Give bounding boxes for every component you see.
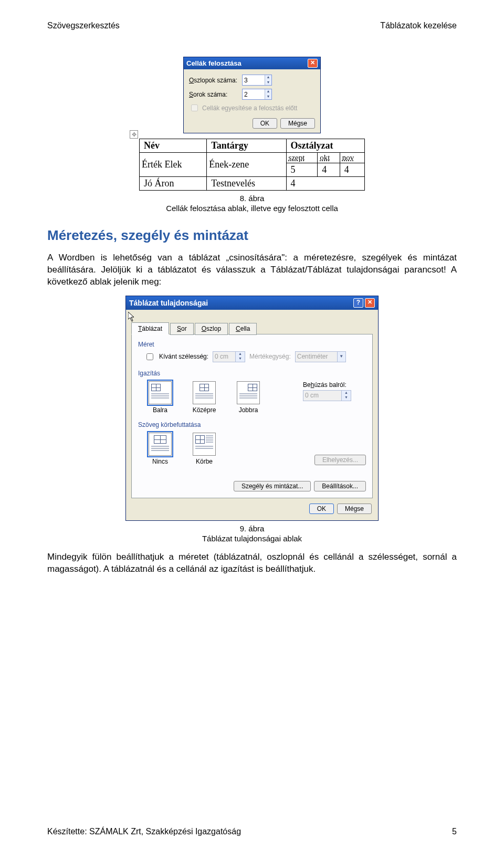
sample-table: Név Tantárgy Osztályzat Érték Elek Ének-… [139,139,365,191]
tab-cell[interactable]: Cella [229,323,257,335]
merge-label: Cellák egyesítése a felosztás előtt [202,104,297,112]
merge-checkbox [191,104,198,111]
unit-label: Mértékegység: [249,353,291,360]
group-wrap-label: Szöveg körbefuttatása [138,421,366,428]
table-header: Tantárgy [207,139,286,153]
figure-caption: 8. ábra [47,194,457,203]
figure-caption: 9. ábra [47,524,457,533]
table-cell: Érték Elek [140,153,207,177]
preferred-width-checkbox[interactable] [146,353,153,360]
figure-caption: Cellák felosztása ablak, illetve egy fel… [47,204,457,213]
cancel-button[interactable]: Mégse [337,504,372,514]
border-shading-button[interactable]: Szegély és mintázat... [234,481,311,491]
table-properties-dialog: Táblázat tulajdonságai ? ✕ Táblázat Sor … [125,296,379,521]
columns-input[interactable] [243,75,265,85]
spin-down-icon: ▼ [342,395,351,401]
footer-left: Készítette: SZÁMALK Zrt, Szakképzési Iga… [47,827,241,836]
table-header: Név [140,139,207,153]
rows-label: Sorok száma: [189,91,239,98]
table-header: Osztályzat [286,139,364,153]
table-cell: 4 [318,163,340,177]
spin-up-icon[interactable]: ▲ [265,75,271,80]
spin-up-icon: ▲ [342,391,351,396]
spin-up-icon: ▲ [236,352,245,357]
tab-row[interactable]: Sor [170,323,194,335]
chevron-down-icon: ▼ [337,352,345,362]
table-cell: 5 [286,163,318,177]
indent-label: Behúzás balról: [303,381,366,389]
close-icon[interactable]: ✕ [365,298,375,308]
columns-spinner[interactable]: ▲▼ [242,75,272,86]
cursor-icon [128,312,136,322]
dialog1-title: Cellák felosztása [186,59,242,67]
table-cell: Testnevelés [207,177,286,191]
rows-spinner[interactable]: ▲▼ [242,89,272,100]
page-number: 5 [452,827,457,836]
align-center-label: Középre [188,406,220,414]
header-left: Szövegszerkesztés [47,21,120,30]
align-center-option[interactable] [193,381,216,404]
wrap-around-label: Körbe [188,458,220,465]
spin-down-icon: ▼ [236,357,245,362]
help-icon[interactable]: ? [353,298,363,308]
figure-caption: Táblázat tulajdonságai ablak [47,534,457,543]
paragraph: Mindegyik fülön beállíthatjuk a méretet … [47,551,457,575]
close-icon[interactable]: ✕ [308,59,318,68]
group-size-label: Méret [138,341,366,348]
spin-down-icon[interactable]: ▼ [265,80,271,86]
paragraph: A Wordben is lehetőség van a táblázat „c… [47,252,457,288]
wrap-none-option[interactable] [149,433,172,456]
section-heading: Méretezés, szegély és mintázat [47,227,457,244]
align-right-option[interactable] [237,381,260,404]
cancel-button[interactable]: Mégse [280,118,315,129]
placement-button: Elhelyezés... [314,455,366,465]
align-right-label: Jobbra [233,406,264,414]
options-button[interactable]: Beállítások... [314,481,366,491]
table-cell: szept [286,153,318,163]
group-align-label: Igazítás [138,370,366,377]
split-cells-dialog: Cellák felosztása ✕ Oszlopok száma: ▲▼ S… [183,57,321,133]
align-left-label: Balra [144,406,176,414]
table-move-handle-icon[interactable]: ✥ [130,130,138,139]
columns-label: Oszlopok száma: [189,77,239,84]
wrap-none-label: Nincs [144,458,176,465]
align-left-option[interactable] [149,381,172,404]
tab-table[interactable]: Táblázat [131,322,169,334]
unit-combo: Centiméter ▼ [295,351,346,362]
ok-button[interactable]: OK [253,118,277,129]
table-cell: 4 [340,163,364,177]
wrap-around-option[interactable] [193,433,216,456]
table-cell: Ének-zene [207,153,286,177]
rows-input[interactable] [243,89,265,99]
spin-up-icon[interactable]: ▲ [265,89,271,95]
table-cell: nov [340,153,364,163]
tab-column[interactable]: Oszlop [195,323,228,335]
width-input: 0 cm ▲▼ [213,351,245,362]
table-cell: okt [318,153,340,163]
spin-down-icon[interactable]: ▼ [265,95,271,100]
preferred-width-label: Kívánt szélesség: [159,353,208,360]
table-cell: 4 [286,177,364,191]
ok-button[interactable]: OK [309,504,334,514]
header-right: Táblázatok kezelése [380,21,457,30]
indent-input: 0 cm ▲▼ [303,390,351,401]
table-cell: Jó Áron [140,177,207,191]
dialog2-title: Táblázat tulajdonságai [129,299,208,307]
